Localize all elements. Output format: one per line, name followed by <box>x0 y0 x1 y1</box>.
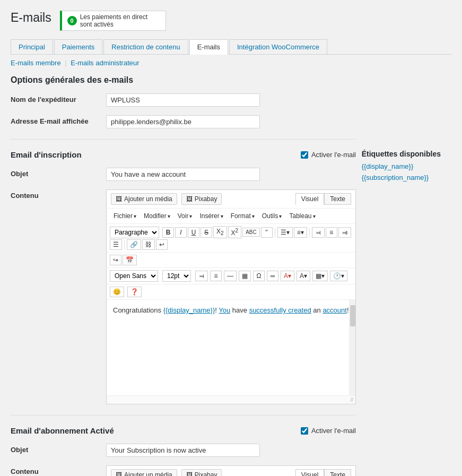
justify-button[interactable]: ☰ <box>110 239 122 250</box>
menu-fichier[interactable]: Fichier <box>110 211 140 221</box>
line-height-button[interactable]: — <box>224 271 237 281</box>
abbr-button[interactable]: ABC <box>242 228 260 237</box>
email-row: Adresse E-mail affichée <box>11 115 356 128</box>
subscription-subject-input[interactable] <box>106 444 260 457</box>
emoji-button[interactable]: 😊 <box>110 287 124 297</box>
divider-2 <box>11 415 356 416</box>
menu-tableau[interactable]: Tableau <box>285 211 319 221</box>
pixabay-button[interactable]: 🖼 Pixabay <box>181 193 222 205</box>
align-center2-button[interactable]: ≡ <box>210 271 222 281</box>
registration-content-label: Contenu <box>11 189 95 200</box>
subscription-email-title: Email d'abonnement Activé <box>11 426 114 435</box>
view-toggle: Visuel Texte <box>295 193 351 205</box>
editor-wrapper: 🖼 Ajouter un média 🖼 Pixabay Visuel Text… <box>106 189 356 404</box>
subscription-pixabay-button[interactable]: 🖼 Pixabay <box>181 469 222 476</box>
help-button[interactable]: ❓ <box>127 287 142 297</box>
pixabay-icon: 🖼 <box>186 195 193 203</box>
subscription-toolbar-top: 🖼 Ajouter un média 🖼 Pixabay Visuel Text… <box>106 465 356 476</box>
menu-format[interactable]: Format <box>227 211 258 221</box>
tab-woocommerce[interactable]: Intégration WooCommerce <box>229 39 327 54</box>
notice-box: 0 Les paiements en direct sont activés <box>60 11 166 31</box>
align-left2-button[interactable]: ⫤ <box>195 271 208 281</box>
text-view-button[interactable]: Texte <box>324 193 351 205</box>
subnav-separator: | <box>65 59 66 67</box>
tag-display-name[interactable]: {{display_name}} <box>362 162 441 170</box>
italic-button[interactable]: I <box>175 227 187 238</box>
menu-inserer[interactable]: Insérer <box>196 211 226 221</box>
editor-scrollbar[interactable] <box>349 300 355 395</box>
subnav-membre[interactable]: E-mails membre <box>11 59 61 67</box>
font-family-select[interactable]: Open Sans <box>110 270 158 282</box>
calendar-button[interactable]: 📅 <box>123 255 137 265</box>
registration-subject-row: Objet <box>11 168 356 181</box>
editor-emoji-bar: 😊 ❓ <box>107 284 355 300</box>
subscription-content-label: Contenu <box>11 465 95 475</box>
registration-subject-input[interactable] <box>106 168 260 181</box>
subscription-activate-checkbox[interactable] <box>301 427 308 435</box>
font-color-button[interactable]: A▾ <box>281 271 294 281</box>
subscript-button[interactable]: X2 <box>213 226 227 238</box>
email-input[interactable] <box>106 115 260 128</box>
unlink-button[interactable]: ⛓ <box>142 239 155 250</box>
subscription-visual-view-button[interactable]: Visuel <box>295 469 324 476</box>
registration-content-row: Contenu 🖼 Ajouter un média 🖼 Pixabay <box>11 189 356 404</box>
bold-button[interactable]: B <box>162 227 174 238</box>
sub-nav: E-mails membre | E-mails administrateur <box>11 59 451 67</box>
menu-outils[interactable]: Outils <box>258 211 286 221</box>
align-right-button[interactable]: ⫥ <box>338 227 351 238</box>
subnav-admin[interactable]: E-mails administrateur <box>71 59 139 67</box>
tab-paiements[interactable]: Paiements <box>54 39 102 54</box>
table-insert-button[interactable]: ▦ <box>239 271 251 281</box>
editor-scrollbar-thumb <box>350 305 355 326</box>
account-text: account <box>322 306 347 314</box>
sender-name-input[interactable] <box>106 93 260 107</box>
tab-restriction[interactable]: Restriction de contenu <box>103 39 188 54</box>
notice-text: Les paiements en direct sont activés <box>80 13 160 28</box>
ul-button[interactable]: ☰▾ <box>277 227 293 238</box>
clock-button[interactable]: 🕐▾ <box>330 271 347 281</box>
divider-1 <box>11 139 356 140</box>
char-map-button[interactable]: Ω <box>253 271 265 281</box>
tab-principal[interactable]: Principal <box>11 39 53 54</box>
editor-resize[interactable]: // <box>107 395 355 404</box>
table-button[interactable]: ▦▾ <box>312 271 328 281</box>
subscription-add-media-button[interactable]: 🖼 Ajouter un média <box>111 469 177 476</box>
superscript-button[interactable]: X2 <box>228 226 242 238</box>
tag-subscription-name[interactable]: {{subscription_name}} <box>362 174 441 181</box>
editor-format-bar: Paragraphe B I U S X2 X2 ABC " ☰▾ <box>107 224 355 253</box>
editor-content[interactable]: Congratulations {{display_name}}! You ha… <box>107 300 355 395</box>
ol-button[interactable]: ≡▾ <box>294 227 307 238</box>
font-size-select[interactable]: 12pt <box>162 270 191 282</box>
paragraph-select[interactable]: Paragraphe <box>110 227 159 238</box>
editor-container: 🖼 Ajouter un média 🖼 Pixabay Visuel Text… <box>106 189 356 404</box>
add-media-button[interactable]: 🖼 Ajouter un média <box>111 193 177 205</box>
you-text: You <box>219 306 230 314</box>
link-button[interactable]: 🔗 <box>127 239 141 250</box>
undo-button[interactable]: ↩ <box>156 239 168 250</box>
sender-name-row: Nom de l'expéditeur <box>11 93 356 107</box>
registration-email-title: Email d'inscription <box>11 150 82 159</box>
tab-emails[interactable]: E-mails <box>189 39 228 55</box>
registration-activate-label: Activer l'e-mail <box>311 151 356 159</box>
registration-activate-checkbox[interactable] <box>301 151 308 159</box>
menu-voir[interactable]: Voir <box>174 211 196 221</box>
redo-button[interactable]: ↪ <box>110 255 121 265</box>
media-icon: 🖼 <box>116 195 122 203</box>
subscription-subject-row: Objet <box>11 444 356 457</box>
subscription-pixabay-label: Pixabay <box>195 471 217 476</box>
align-left-button[interactable]: ⫤ <box>312 227 325 238</box>
horizontal-rule-button[interactable]: ═ <box>267 271 278 281</box>
email-label: Adresse E-mail affichée <box>11 115 95 125</box>
align-center-button[interactable]: ≡ <box>326 227 337 238</box>
subscription-text-view-button[interactable]: Texte <box>324 469 351 476</box>
blockquote-button[interactable]: " <box>261 227 273 238</box>
underline-button[interactable]: U <box>188 227 199 238</box>
highlight-button[interactable]: A▾ <box>297 271 310 281</box>
strikethrough-button[interactable]: S <box>201 227 212 238</box>
subscription-media-icon: 🖼 <box>116 471 122 476</box>
editor-text: Congratulations {{display_name}}! You ha… <box>113 306 349 314</box>
menu-modifier[interactable]: Modifier <box>140 211 174 221</box>
visual-view-button[interactable]: Visuel <box>295 193 324 205</box>
subscription-add-media-label: Ajouter un média <box>124 471 172 476</box>
display-name-tag: {{display_name}} <box>163 306 215 314</box>
